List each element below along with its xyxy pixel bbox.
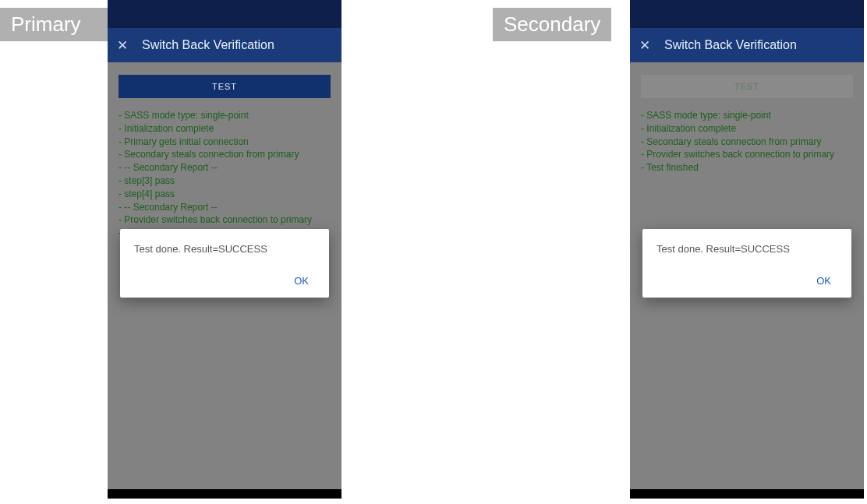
log-line: SASS mode type: single-point bbox=[641, 109, 853, 122]
test-button[interactable]: TEST bbox=[119, 75, 331, 98]
content-area: TEST SASS mode type: single-pointInitial… bbox=[108, 62, 341, 489]
close-icon[interactable]: ✕ bbox=[639, 39, 650, 52]
test-button[interactable]: TEST bbox=[641, 75, 853, 98]
log-line: Primary gets initial connection bbox=[119, 136, 331, 149]
phone-secondary: ✕ Switch Back Verification TEST SASS mod… bbox=[630, 0, 864, 499]
log-line: SASS mode type: single-point bbox=[119, 109, 331, 122]
dialog-message: Test done. Result=SUCCESS bbox=[134, 243, 315, 255]
nav-bar bbox=[630, 489, 864, 499]
log-line: step[3] pass bbox=[119, 174, 331, 188]
page-title: Switch Back Verification bbox=[664, 38, 797, 52]
log-line: Provider switches back connection to pri… bbox=[119, 213, 331, 227]
app-bar: ✕ Switch Back Verification bbox=[108, 28, 341, 62]
result-dialog: Test done. Result=SUCCESS OK bbox=[642, 229, 851, 298]
device-label-secondary: Secondary bbox=[493, 8, 611, 41]
log-line: Provider switches back connection to pri… bbox=[641, 148, 853, 161]
result-dialog: Test done. Result=SUCCESS OK bbox=[120, 229, 329, 298]
app-bar: ✕ Switch Back Verification bbox=[630, 28, 864, 62]
log-line: Initialization complete bbox=[119, 122, 331, 136]
status-bar bbox=[108, 0, 341, 28]
log-line: Secondary steals connection from primary bbox=[119, 148, 331, 161]
ok-button[interactable]: OK bbox=[288, 270, 315, 291]
log-output: SASS mode type: single-pointInitializati… bbox=[641, 109, 853, 174]
log-line: Secondary steals connection from primary bbox=[641, 136, 853, 149]
log-line: -- Secondary Report -- bbox=[119, 201, 331, 214]
log-line: Initialization complete bbox=[641, 122, 853, 136]
dialog-message: Test done. Result=SUCCESS bbox=[656, 243, 837, 255]
phone-primary: ✕ Switch Back Verification TEST SASS mod… bbox=[108, 0, 341, 499]
page-title: Switch Back Verification bbox=[142, 38, 274, 52]
device-label-primary: Primary bbox=[0, 8, 108, 41]
log-output: SASS mode type: single-pointInitializati… bbox=[119, 109, 331, 240]
content-area: TEST SASS mode type: single-pointInitial… bbox=[630, 62, 864, 489]
close-icon[interactable]: ✕ bbox=[117, 39, 128, 52]
log-line: -- Secondary Report -- bbox=[119, 161, 331, 174]
nav-bar bbox=[108, 489, 341, 499]
log-line: Test finished bbox=[641, 161, 853, 174]
log-line: step[4] pass bbox=[119, 188, 331, 201]
ok-button[interactable]: OK bbox=[810, 270, 837, 291]
status-bar bbox=[630, 0, 864, 28]
